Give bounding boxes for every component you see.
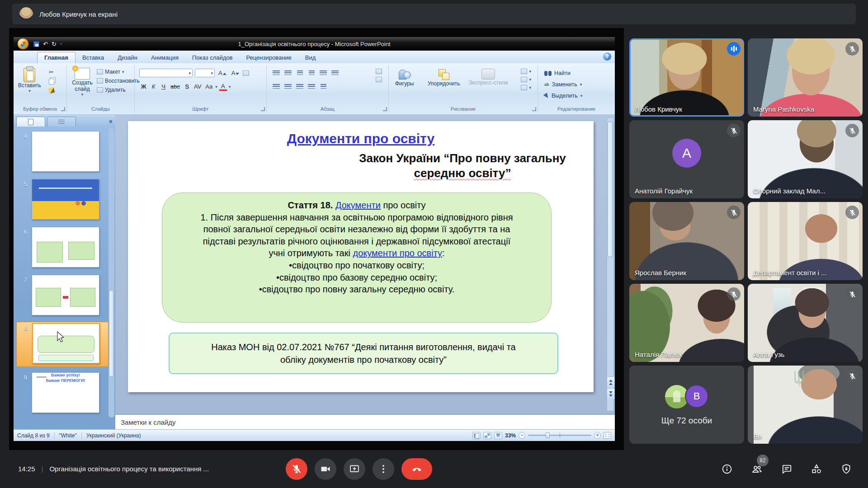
meeting-details-button[interactable] <box>717 459 737 479</box>
font-size-select[interactable]: ▾ <box>195 69 215 77</box>
save-icon[interactable] <box>33 41 39 47</box>
replace-button[interactable]: ab Заменить ▾ <box>544 80 582 89</box>
tab-insert[interactable]: Вставка <box>75 52 111 63</box>
tab-design[interactable]: Дизайн <box>111 52 144 63</box>
font-dialog-launcher[interactable] <box>261 107 265 111</box>
participant-tile[interactable]: Опорний заклад Мал... <box>748 120 863 198</box>
grow-font-button[interactable]: A <box>217 69 228 77</box>
thumbnail-slide-8-selected[interactable]: 8 <box>16 322 108 367</box>
delete-button[interactable]: Удалить <box>97 87 140 93</box>
office-button[interactable] <box>17 38 29 50</box>
text-shadow-button[interactable]: S <box>183 82 191 91</box>
select-button[interactable]: Выделить ▾ <box>544 91 582 100</box>
shrink-font-button[interactable]: A <box>230 69 241 77</box>
previous-slide-button[interactable] <box>607 376 614 387</box>
shapes-button[interactable]: Фигуры <box>395 69 414 87</box>
participant-tile[interactable]: Любов Кривчук <box>629 38 744 117</box>
camera-toggle-button[interactable] <box>315 458 336 480</box>
italic-button[interactable]: К <box>149 82 158 91</box>
normal-view-button[interactable] <box>472 432 481 439</box>
participant-tile[interactable]: Наталія Палюх <box>629 284 744 362</box>
redo-icon[interactable]: ↻ <box>52 41 57 47</box>
line-spacing-button[interactable] <box>318 69 328 78</box>
participant-tile[interactable]: Ярослав Берник <box>629 202 744 280</box>
drawing-dialog-launcher[interactable] <box>532 107 536 111</box>
cut-button[interactable]: ✂ <box>49 69 54 75</box>
columns-button[interactable] <box>318 82 328 91</box>
slide-8[interactable]: Документи про освіту Закон України “Про … <box>128 121 594 392</box>
tab-view[interactable]: Вид <box>298 52 323 63</box>
participant-tile[interactable]: А Анатолій Горайчук <box>629 120 744 198</box>
thumbnail-slide-7[interactable]: 7 <box>16 274 108 319</box>
align-center-button[interactable] <box>283 82 293 91</box>
help-icon[interactable]: ? <box>603 52 611 61</box>
change-case-button[interactable]: Aa <box>204 82 214 91</box>
participant-tile[interactable]: Алла Гузь <box>748 284 863 362</box>
slides-tab[interactable] <box>16 117 45 127</box>
paste-button[interactable]: Вставить ▾ <box>18 68 41 93</box>
thumbnail-slide-9[interactable]: 9 Бажаю успіху! Бажаю ПЕРЕМОГИ! <box>16 371 108 417</box>
shape-outline-button[interactable] <box>521 77 527 82</box>
qat-customize-icon[interactable]: ▾ <box>60 42 62 46</box>
convert-smartart-button[interactable] <box>376 77 382 82</box>
fit-to-window-button[interactable] <box>604 432 611 439</box>
outline-tab[interactable] <box>47 117 76 127</box>
thumbnail-slide-5[interactable]: 5 <box>16 178 108 223</box>
more-participants-tile[interactable]: В Ще 72 особи <box>629 366 744 444</box>
tab-animation[interactable]: Анимация <box>144 52 185 63</box>
more-options-button[interactable] <box>373 458 394 480</box>
increase-indent-button[interactable] <box>307 69 316 78</box>
shape-effects-button[interactable] <box>521 85 527 90</box>
align-right-button[interactable] <box>295 82 305 91</box>
reset-button[interactable]: Восстановить <box>97 78 140 84</box>
next-slide-button[interactable] <box>607 388 614 399</box>
bold-button[interactable]: Ж <box>139 82 148 91</box>
tab-home[interactable]: Главная <box>37 52 75 63</box>
numbering-button[interactable] <box>283 69 293 78</box>
host-controls-button[interactable] <box>836 459 856 479</box>
law-paragraph-link[interactable]: документи про освіту <box>353 248 442 258</box>
close-panel-icon[interactable]: × <box>109 117 113 127</box>
notes-pane[interactable]: Заметки к слайду <box>115 414 615 429</box>
character-spacing-button[interactable]: AV <box>193 82 203 91</box>
leave-call-button[interactable] <box>401 458 432 480</box>
text-direction-button[interactable] <box>330 69 340 78</box>
copy-button[interactable] <box>49 79 54 84</box>
slide-vertical-scrollbar[interactable] <box>607 117 614 411</box>
find-button[interactable]: Найти <box>544 69 582 78</box>
strikethrough-button[interactable]: abc <box>169 82 181 91</box>
activities-button[interactable] <box>807 459 826 479</box>
shape-fill-button[interactable] <box>521 69 527 74</box>
paragraph-dialog-launcher[interactable] <box>383 107 387 111</box>
zoom-level[interactable]: 33% <box>505 432 516 439</box>
paste-dropdown-icon[interactable]: ▾ <box>28 89 31 93</box>
bullets-button[interactable] <box>271 69 281 78</box>
decrease-indent-button[interactable] <box>295 69 305 78</box>
thumbnail-scrollbar[interactable] <box>108 128 114 418</box>
status-language[interactable]: Украинский (Украина) <box>86 432 141 439</box>
align-left-button[interactable] <box>271 82 281 91</box>
zoom-slider[interactable] <box>528 435 591 436</box>
undo-icon[interactable]: ↶ <box>43 41 48 47</box>
zoom-out-button[interactable]: − <box>519 432 525 439</box>
thumbnail-slide-4[interactable]: 4 <box>16 130 108 175</box>
tab-slideshow[interactable]: Показ слайдов <box>185 52 240 63</box>
self-tile[interactable]: Ви <box>748 366 863 444</box>
arrange-button[interactable]: Упорядочить <box>428 69 460 87</box>
format-painter-button[interactable] <box>48 87 55 94</box>
participants-button[interactable]: 82 <box>747 459 767 479</box>
quick-styles-button[interactable]: Экспресс-стили <box>468 69 508 86</box>
participant-tile[interactable]: Департамент освіти і ... <box>748 202 863 280</box>
justify-button[interactable] <box>307 82 316 91</box>
law-heading-link[interactable]: Документи <box>335 200 381 210</box>
layout-button[interactable]: Макет ▾ <box>97 69 140 75</box>
underline-button[interactable]: Ч <box>159 82 168 91</box>
chat-button[interactable] <box>777 459 797 479</box>
slide-sorter-view-button[interactable] <box>483 432 491 439</box>
font-name-select[interactable]: ▾ <box>139 69 193 77</box>
present-button[interactable] <box>344 458 365 480</box>
participant-tile[interactable]: Maryna Pashkovska <box>748 38 863 117</box>
clear-formatting-button[interactable] <box>243 70 249 76</box>
new-slide-dropdown-icon[interactable]: ▾ <box>81 92 84 97</box>
font-color-button[interactable]: A <box>219 82 227 91</box>
